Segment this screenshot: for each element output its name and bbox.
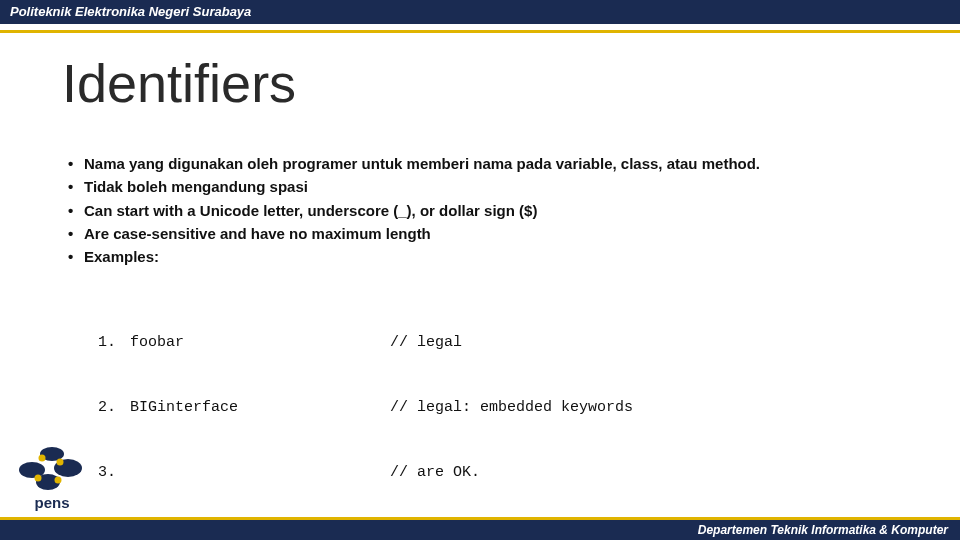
example-num: 1.	[98, 332, 130, 354]
example-comment: // legal	[390, 332, 462, 354]
svg-point-4	[39, 455, 46, 462]
bullet-item: Can start with a Unicode letter, undersc…	[68, 199, 900, 222]
footer-dept: Departemen Teknik Informatika & Komputer	[698, 523, 948, 537]
pens-logo: pens	[10, 440, 94, 516]
example-comment: // legal: embedded keywords	[390, 397, 633, 419]
slide: Politeknik Elektronika Negeri Surabaya I…	[0, 0, 960, 540]
bullet-list: Nama yang digunakan oleh programer untuk…	[68, 152, 900, 268]
footer-bar: Departemen Teknik Informatika & Komputer	[0, 520, 960, 540]
svg-point-6	[35, 475, 42, 482]
examples-block: 1.foobar// legal 2.BIGinterface// legal:…	[98, 288, 669, 540]
bullet-item: Tidak boleh mengandung spasi	[68, 175, 900, 198]
example-num: 3.	[98, 462, 130, 484]
header-bar: Politeknik Elektronika Negeri Surabaya	[0, 0, 960, 24]
example-row: 1.foobar// legal	[98, 332, 669, 354]
logo-text: pens	[34, 494, 69, 511]
example-row: 2.BIGinterface// legal: embedded keyword…	[98, 397, 669, 419]
example-comment: // are OK.	[390, 462, 480, 484]
example-row: 3.// are OK.	[98, 462, 669, 484]
svg-point-7	[55, 477, 62, 484]
header-org: Politeknik Elektronika Negeri Surabaya	[10, 4, 251, 19]
bullet-item: Examples:	[68, 245, 900, 268]
example-num: 2.	[98, 397, 130, 419]
example-id: BIGinterface	[130, 397, 390, 419]
svg-point-5	[57, 459, 64, 466]
example-id: foobar	[130, 332, 390, 354]
bullet-item: Nama yang digunakan oleh programer untuk…	[68, 152, 900, 175]
slide-title: Identifiers	[62, 52, 296, 114]
example-id	[130, 462, 390, 484]
top-accent-rule	[0, 30, 960, 33]
bullet-item: Are case-sensitive and have no maximum l…	[68, 222, 900, 245]
